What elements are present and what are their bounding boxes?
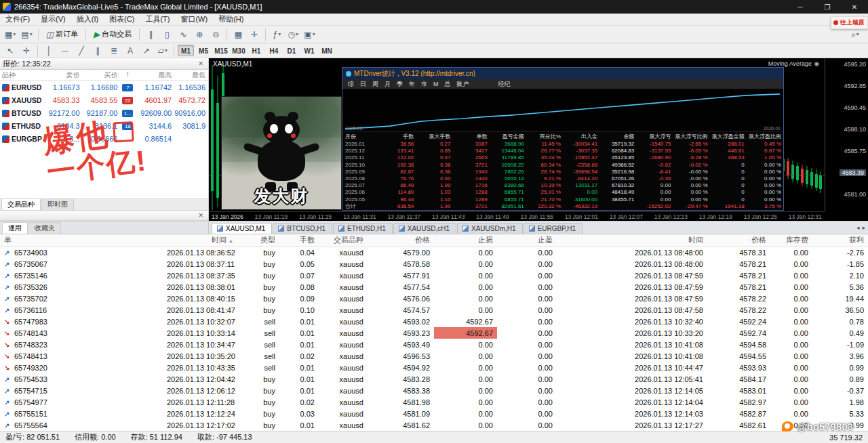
history-row[interactable]: ↗65754715 2026.01.13 12:06:12buy0.01xauu… <box>0 385 868 396</box>
navigator-tab[interactable]: 通用 <box>2 222 28 234</box>
mw-row[interactable]: BTCUSD 92172.00 92187.00 1... 92609.00 9… <box>0 106 208 119</box>
search-icon[interactable]: ⌕▾ <box>848 28 863 41</box>
arrow-tool-icon[interactable]: ↗ <box>139 44 154 58</box>
chart-tab[interactable]: XAUUSD,M1 <box>212 223 272 234</box>
history-row[interactable]: ↘65748143 2026.01.13 10:33:14sell0.01xau… <box>0 327 868 339</box>
timeframe-mn[interactable]: MN <box>319 45 335 56</box>
history-row[interactable]: ↘65748413 2026.01.13 10:35:20sell0.02xau… <box>0 350 868 362</box>
history-column-header[interactable]: 价格 <box>707 234 770 247</box>
history-column-header[interactable]: 获利 <box>812 234 868 247</box>
history-row[interactable]: ↗65736116 2026.01.13 08:41:47buy0.10xauu… <box>0 304 868 316</box>
grid-icon[interactable]: ▦ <box>231 28 245 41</box>
periods-icon[interactable]: ◷▾ <box>285 28 300 41</box>
menu-item[interactable]: 窗口(W) <box>175 14 213 24</box>
history-row[interactable]: ↘65749320 2026.01.13 10:43:35sell0.01xau… <box>0 362 868 373</box>
history-row[interactable]: ↗65735702 2026.01.13 08:40:15buy0.09xauu… <box>0 293 868 304</box>
timeframe-m5[interactable]: M5 <box>195 45 212 56</box>
menu-item[interactable]: 显示(V) <box>35 14 71 24</box>
templates-icon[interactable]: ▣▾ <box>302 28 317 41</box>
mtdriver-tab[interactable]: 周 <box>372 80 378 89</box>
minimize-icon[interactable]: ─ <box>787 0 814 14</box>
market-watch-close-icon[interactable]: ✕ <box>196 60 205 67</box>
chart-candles-icon[interactable]: ▯ <box>159 28 174 41</box>
mw-column-header[interactable]: 买价 <box>83 70 121 80</box>
crosshair-tool-icon[interactable]: ✛ <box>19 44 34 58</box>
history-row[interactable]: ↗65735146 2026.01.13 08:37:35buy0.07xauu… <box>0 270 868 281</box>
mw-row[interactable]: XAUUSD 4583.33 4583.55 22 4601.97 4573.7… <box>0 93 208 106</box>
zoom-out-icon[interactable]: ⊖ <box>208 28 223 41</box>
mtdriver-tab[interactable]: 月 <box>384 80 391 89</box>
chart-area[interactable]: XAUUSD,M1 Moving Average◉ 发大财 MTDriver统计… <box>209 58 868 221</box>
history-column-header[interactable]: 类型 <box>237 234 279 247</box>
history-row[interactable]: ↗65754533 2026.01.13 12:04:42buy0.01xauu… <box>0 373 868 385</box>
history-column-header[interactable]: 止盈 <box>497 234 557 247</box>
mw-column-header[interactable]: 最低 <box>174 70 208 80</box>
chart-tab[interactable]: ETHUSD,H1 <box>333 223 393 234</box>
indicator-settings-icon[interactable]: ◉ <box>814 60 819 67</box>
history-column-header[interactable]: 单 <box>0 234 163 247</box>
mtdriver-tab[interactable]: 日 <box>360 80 366 89</box>
history-row[interactable]: ↗65735326 2026.01.13 08:38:01buy0.08xauu… <box>0 281 868 293</box>
trendline-icon[interactable]: ╱ <box>74 44 89 58</box>
text-tool-icon[interactable]: A <box>123 44 138 58</box>
mtdriver-tab[interactable]: 账户 <box>457 80 469 89</box>
new-chart-icon[interactable]: ▦▾ <box>3 28 18 41</box>
mtdriver-tab[interactable]: 经纪 <box>498 80 511 89</box>
crosshair-icon[interactable]: ✛ <box>247 28 262 41</box>
chart-line-icon[interactable]: ∿ <box>176 28 191 41</box>
mw-tab[interactable]: 即时图 <box>41 198 74 210</box>
mw-row[interactable]: EURGBP 0.8... 0.86666 0.86514 <box>0 132 208 145</box>
mtdriver-tab[interactable]: 综 <box>348 80 354 89</box>
navigator-close-icon[interactable]: ✕ <box>196 212 205 219</box>
mtdriver-tab[interactable]: 年 <box>409 80 415 89</box>
mtdriver-tab[interactable]: 市 <box>421 80 427 89</box>
timeframe-w1[interactable]: W1 <box>301 45 317 56</box>
vertical-line-icon[interactable]: │ <box>41 44 56 58</box>
history-row[interactable]: ↗65755564 2026.01.13 12:17:02buy0.01xauu… <box>0 419 868 431</box>
timeframe-m30[interactable]: M30 <box>231 45 247 56</box>
history-column-header[interactable]: 时间 ▲ <box>163 234 237 247</box>
menu-item[interactable]: 文件(F) <box>0 14 35 24</box>
history-row[interactable]: ↘65747983 2026.01.13 10:32:07sell0.01xau… <box>0 316 868 327</box>
history-row[interactable]: ↗65755151 2026.01.13 12:12:24buy0.03xauu… <box>0 408 868 419</box>
menu-item[interactable]: 工具(T) <box>140 14 175 24</box>
autotrade-button[interactable]: ▶自动交易 <box>89 28 136 41</box>
timeframe-d1[interactable]: D1 <box>283 45 300 56</box>
mtdriver-titlebar[interactable]: MTDriver统计 , V3.12 (http://mtdriver.cn) <box>342 68 783 79</box>
history-column-header[interactable]: 手数 <box>279 234 319 247</box>
mw-tab[interactable]: 交易品种 <box>1 198 41 210</box>
close-icon[interactable]: ✕ <box>841 0 868 14</box>
tabs-scroll-left-icon[interactable]: ◂ <box>856 224 860 231</box>
timeframe-m1[interactable]: M1 <box>178 45 194 56</box>
price-axis[interactable]: 4595.204592.854590.454588.104585.754583.… <box>825 58 868 211</box>
chart-tab[interactable]: XAUUSD,cH1 <box>393 223 456 234</box>
channel-icon[interactable]: ∥ <box>90 44 105 58</box>
cursor-icon[interactable]: ↖ <box>3 44 18 58</box>
mw-row[interactable]: ETHUSD 3134.3 3136.1 18 3144.6 3081.9 <box>0 119 208 132</box>
zoom-in-icon[interactable]: ⊕ <box>192 28 207 41</box>
indicators-icon[interactable]: ƒ▾ <box>269 28 284 41</box>
navigator-tab[interactable]: 收藏夹 <box>28 222 61 234</box>
fibonacci-icon[interactable]: ≣ <box>106 44 121 58</box>
new-order-button[interactable]: ◫新订单 <box>41 28 83 41</box>
timeframe-h1[interactable]: H1 <box>248 45 264 56</box>
mw-column-header[interactable]: 最高 <box>138 70 174 80</box>
history-row[interactable]: ↗65754977 2026.01.13 12:11:28buy0.02xauu… <box>0 396 868 408</box>
history-column-header[interactable]: 时间 <box>557 234 707 247</box>
menu-item[interactable]: 插入(I) <box>71 14 104 24</box>
tabs-scroll-right-icon[interactable]: ▸ <box>862 224 865 231</box>
chart-tab[interactable]: EURGBP,H1 <box>524 223 583 234</box>
history-column-header[interactable]: 止损 <box>434 234 497 247</box>
chart-bars-icon[interactable]: ∥ <box>143 28 158 41</box>
chart-tab[interactable]: XAUUSDm,H1 <box>457 223 523 234</box>
chart-tab[interactable]: BTCUSD,H1 <box>273 223 332 234</box>
shapes-icon[interactable]: ▱▾ <box>155 44 170 58</box>
menu-item[interactable]: 图表(C) <box>104 14 140 24</box>
time-axis[interactable]: 13 Jan 202613 Jan 11:1913 Jan 11:2513 Ja… <box>209 211 825 221</box>
mw-column-header[interactable]: 品种 <box>0 70 43 80</box>
history-column-header[interactable]: 交易品种 <box>319 234 368 247</box>
menu-item[interactable]: 帮助(H) <box>213 14 249 24</box>
mtdriver-window[interactable]: MTDriver统计 , V3.12 (http://mtdriver.cn) … <box>342 67 784 211</box>
mtdriver-tab[interactable]: 总 <box>445 80 451 89</box>
mw-column-header[interactable]: ! <box>120 71 138 79</box>
